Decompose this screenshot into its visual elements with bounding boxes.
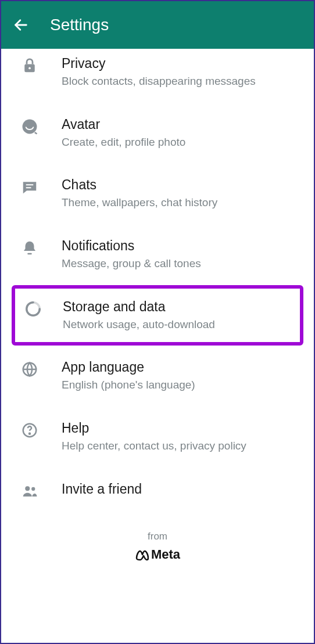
globe-icon xyxy=(21,361,38,378)
data-usage-icon xyxy=(24,300,42,318)
header-bar: Settings xyxy=(1,1,314,49)
svg-point-3 xyxy=(23,119,37,134)
people-icon xyxy=(21,482,38,499)
svg-point-12 xyxy=(31,487,35,491)
item-title: Privacy xyxy=(62,56,300,71)
settings-item-storage-data[interactable]: Storage and data Network usage, auto-dow… xyxy=(12,285,303,346)
footer-brand: Meta xyxy=(135,547,180,562)
item-title: Invite a friend xyxy=(62,481,300,497)
settings-item-help[interactable]: Help Help center, contact us, privacy po… xyxy=(1,406,314,467)
item-title: Storage and data xyxy=(63,299,286,315)
item-sub: Message, group & call tones xyxy=(62,256,300,271)
settings-item-invite-friend[interactable]: Invite a friend xyxy=(1,467,314,513)
footer: from Meta xyxy=(1,513,314,593)
settings-item-privacy[interactable]: Privacy Block contacts, disappearing mes… xyxy=(1,49,314,103)
settings-item-notifications[interactable]: Notifications Message, group & call tone… xyxy=(1,224,314,285)
item-sub: English (phone's language) xyxy=(62,377,300,393)
item-title: Help xyxy=(62,420,300,436)
svg-point-10 xyxy=(29,433,30,434)
bell-icon xyxy=(21,239,38,257)
settings-item-app-language[interactable]: App language English (phone's language) xyxy=(1,346,314,406)
avatar-icon xyxy=(21,118,38,135)
item-sub: Theme, wallpapers, chat history xyxy=(62,195,300,210)
item-title: Notifications xyxy=(62,238,300,254)
svg-point-11 xyxy=(25,487,30,491)
help-icon xyxy=(21,422,38,439)
item-sub: Create, edit, profile photo xyxy=(62,135,300,150)
item-title: Avatar xyxy=(62,117,300,132)
lock-icon xyxy=(21,57,38,74)
svg-point-2 xyxy=(28,67,31,70)
item-sub: Help center, contact us, privacy policy xyxy=(62,438,300,454)
item-sub: Block contacts, disappearing messages xyxy=(62,74,300,89)
footer-from: from xyxy=(1,531,314,542)
meta-icon xyxy=(135,548,149,562)
settings-item-chats[interactable]: Chats Theme, wallpapers, chat history xyxy=(1,163,314,224)
back-arrow-icon[interactable] xyxy=(13,17,29,33)
chat-icon xyxy=(21,178,38,196)
page-title: Settings xyxy=(50,16,109,34)
item-sub: Network usage, auto-download xyxy=(63,317,286,332)
item-title: Chats xyxy=(62,177,300,193)
item-title: App language xyxy=(62,359,300,375)
settings-item-avatar[interactable]: Avatar Create, edit, profile photo xyxy=(1,103,314,164)
settings-list: Privacy Block contacts, disappearing mes… xyxy=(1,49,314,513)
